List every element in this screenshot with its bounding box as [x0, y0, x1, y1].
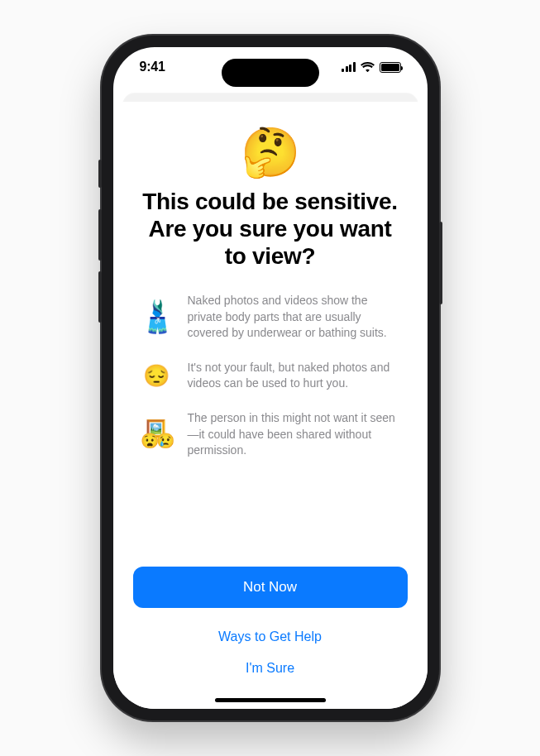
iphone-frame: 9:41 🤔 This could be sensitive.Are you s… [102, 36, 439, 720]
bullet-text: Naked photos and videos show the private… [188, 293, 404, 342]
volume-down-button [98, 271, 102, 323]
not-now-button[interactable]: Not Now [133, 567, 408, 608]
home-indicator[interactable] [215, 698, 326, 702]
sensitive-content-sheet: 🤔 This could be sensitive.Are you sure y… [113, 102, 428, 709]
cellular-icon [342, 62, 356, 72]
wifi-icon [361, 62, 375, 72]
im-sure-link[interactable]: I'm Sure [133, 653, 408, 684]
list-item: 🖼️ 😧😢 The person in this might not want … [140, 410, 404, 459]
list-item: 😔 It's not your fault, but naked photos … [140, 360, 404, 392]
status-icons [342, 62, 401, 73]
sheet-title: This could be sensitive.Are you sure you… [133, 188, 408, 270]
photo-reaction-icon: 🖼️ 😧😢 [140, 420, 173, 448]
swimsuit-icon: 🩱🩳 [140, 300, 173, 333]
screen: 9:41 🤔 This could be sensitive.Are you s… [113, 47, 428, 709]
battery-icon [380, 62, 401, 73]
button-label: Not Now [243, 579, 297, 596]
status-time: 9:41 [140, 60, 165, 74]
bullet-text: The person in this might not want it see… [188, 410, 404, 459]
dynamic-island [222, 59, 319, 87]
pensive-face-icon: 😔 [140, 365, 173, 386]
thinking-face-icon: 🤔 [133, 128, 408, 176]
mute-switch [98, 160, 102, 188]
list-item: 🩱🩳 Naked photos and videos show the priv… [140, 293, 404, 342]
side-button [439, 222, 442, 304]
volume-up-button [98, 209, 102, 261]
bullet-text: It's not your fault, but naked photos an… [188, 360, 404, 392]
ways-to-get-help-link[interactable]: Ways to Get Help [133, 621, 408, 653]
bullet-list: 🩱🩳 Naked photos and videos show the priv… [133, 293, 408, 459]
